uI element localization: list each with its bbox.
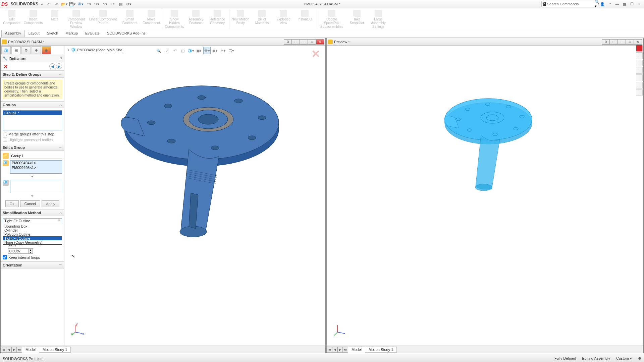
new-motion-study-button[interactable]: New Motion Study — [231, 9, 250, 29]
drag-handle[interactable]: ⏷ — [3, 175, 62, 178]
pm-cancel-x-button[interactable]: ✕ — [3, 63, 9, 69]
user-icon[interactable]: 👤 — [599, 1, 606, 7]
settings-icon[interactable]: ⚙▾ — [125, 1, 132, 7]
expand-icon[interactable]: ﹀ — [59, 263, 62, 267]
window-layout-icon[interactable]: ▦ — [621, 1, 628, 7]
tab-motion-study-1[interactable]: Motion Study 1 — [39, 347, 71, 353]
move-component-button[interactable]: Move Component — [142, 9, 161, 29]
component-preview-window-button[interactable]: Component Preview Window — [66, 9, 86, 29]
take-snapshot-button[interactable]: Take Snapshot — [347, 9, 367, 29]
view-settings-icon[interactable]: 🖵▾ — [227, 47, 235, 54]
win-maximize[interactable]: ▭ — [308, 39, 316, 45]
edit-component-button[interactable]: Edit Component — [2, 9, 21, 29]
collapse-icon[interactable]: ︿ — [59, 72, 62, 76]
tab-assembly[interactable]: Assembly — [1, 30, 25, 37]
exploded-view-button[interactable]: Exploded View — [274, 9, 293, 29]
merge-groups-input[interactable] — [3, 132, 7, 136]
tab-first-icon[interactable]: ⏮ — [327, 347, 332, 353]
view-orientation-icon[interactable]: 🧊▾ — [187, 47, 195, 54]
edit-group-header[interactable]: Edit a Group ︿ — [1, 144, 64, 151]
tab-model[interactable]: Model — [22, 347, 39, 353]
option-cylinder[interactable]: Cylinder — [3, 228, 62, 232]
smart-fasteners-button[interactable]: Smart Fasteners — [120, 9, 140, 29]
show-hidden-components-button[interactable]: Show Hidden Components — [165, 9, 184, 29]
simplification-selected[interactable]: Tight Fit Outline ▼ — [3, 218, 62, 224]
update-speedpak-button[interactable]: Update SpeedPak Subassemblies — [318, 9, 345, 29]
pm-help-icon[interactable]: ? — [60, 57, 62, 61]
confirmation-corner-x[interactable]: ✕ — [311, 48, 322, 58]
bill-of-materials-button[interactable]: Bill of Materials — [252, 9, 272, 29]
taskpane-design-library[interactable] — [636, 52, 643, 59]
fm-tab-property-manager[interactable]: ▤ — [11, 46, 21, 54]
collapse-icon[interactable]: ︿ — [59, 103, 62, 107]
option-polygon-outline[interactable]: Polygon Outline — [3, 232, 62, 236]
collapse-icon[interactable]: ︿ — [59, 145, 62, 149]
close-icon[interactable]: ✕ — [636, 1, 643, 7]
simplification-method-header[interactable]: Simplification Method ︿ — [1, 209, 64, 216]
view-triad[interactable] — [333, 323, 347, 336]
option-tight-fit-outline[interactable]: Tight Fit Outline — [3, 236, 62, 240]
win-minimize[interactable]: — — [618, 39, 626, 45]
fm-tab-config-manager[interactable]: ⚙ — [21, 46, 31, 54]
previous-view-icon[interactable]: ↶ — [171, 47, 178, 54]
options-icon[interactable]: ▤ — [117, 1, 124, 7]
win-close[interactable]: ✕ — [316, 39, 324, 45]
simplification-method-dropdown[interactable]: Tight Fit Outline ▼ Bounding Box Cylinde… — [3, 218, 62, 224]
tab-solidworks-addins[interactable]: SOLIDWORKS Add-Ins — [103, 30, 149, 37]
taskpane-solidworks-resources[interactable] — [636, 45, 643, 52]
redo-icon[interactable]: ↷▾ — [93, 1, 100, 7]
large-assembly-settings-button[interactable]: Large Assembly Settings — [369, 9, 388, 29]
tab-prev-icon[interactable]: ◀ — [332, 347, 337, 353]
keep-internal-loops-checkbox[interactable]: Keep internal loops — [3, 255, 62, 259]
display-style-icon[interactable]: ▣▾ — [195, 47, 203, 54]
option-none-copy-geometry[interactable]: None (Copy Geometry) — [3, 240, 62, 244]
keep-internal-loops-input[interactable] — [3, 255, 7, 259]
reference-geometry-button[interactable]: Reference Geometry — [208, 9, 227, 29]
groups-header[interactable]: Groups ︿ — [1, 101, 64, 108]
tab-last-icon[interactable]: ⏭ — [343, 347, 348, 353]
step-header[interactable]: Step 2: Define Groups ︿ — [1, 71, 64, 78]
tab-model[interactable]: Model — [348, 347, 365, 353]
print-icon[interactable]: 🖶▾ — [77, 1, 84, 7]
tab-next-icon[interactable]: ▶ — [337, 347, 343, 353]
spinner-buttons[interactable]: ▲▼ — [28, 248, 33, 254]
group-item[interactable]: Group1 * — [3, 111, 62, 115]
taskpane-view-palette[interactable] — [636, 67, 643, 74]
save-icon[interactable]: 💾▾ — [69, 1, 76, 7]
instant3d-button[interactable]: Instant3D — [295, 9, 315, 29]
percentage-input[interactable] — [8, 248, 28, 254]
status-gear-icon[interactable]: ⚙ — [638, 356, 641, 361]
edit-appearance-icon[interactable]: ◉▾ — [211, 47, 219, 54]
apply-button[interactable]: Apply — [42, 200, 60, 207]
taskpane-file-explorer[interactable] — [636, 60, 643, 66]
body-item[interactable]: PM009494<1> — [10, 161, 62, 165]
preview-graphics-viewport[interactable] — [327, 46, 643, 346]
exclude-selection-listbox[interactable] — [10, 180, 62, 193]
insert-components-button[interactable]: Insert Components — [23, 9, 43, 29]
zoom-area-icon[interactable]: ⤢ — [163, 47, 170, 54]
mate-button[interactable]: Mate — [45, 9, 64, 29]
tab-next-icon[interactable]: ▶ — [11, 347, 17, 353]
search-icon[interactable]: 🔍▾ — [595, 0, 599, 8]
view-triad[interactable]: y z x — [71, 323, 85, 336]
cancel-button[interactable]: Cancel — [20, 200, 40, 207]
select-icon[interactable]: ↖▾ — [101, 1, 108, 7]
taskpane-custom-properties[interactable] — [636, 82, 643, 88]
preview-window-titlebar[interactable]: Preview * ⧉ ▢ — ▭ ✕ — [327, 38, 643, 46]
orientation-header[interactable]: Orientation ﹀ — [1, 261, 64, 268]
open-icon[interactable]: 📂▾ — [61, 1, 68, 7]
fm-tab-display-manager[interactable]: ◉ — [42, 46, 51, 54]
new-icon[interactable]: ▫▾ — [53, 1, 60, 7]
highlight-bodies-checkbox[interactable]: Highlight processed bodies — [3, 137, 62, 142]
pm-next-button[interactable]: ▶ — [56, 63, 62, 69]
tab-layout[interactable]: Layout — [25, 30, 43, 37]
breadcrumb[interactable]: ▸ 🧊 PM009492 (Base Main Sha... — [68, 48, 125, 52]
tab-prev-icon[interactable]: ◀ — [6, 347, 11, 353]
ok-button[interactable]: Ok — [5, 200, 19, 207]
tab-evaluate[interactable]: Evaluate — [82, 30, 103, 37]
win-btn-1[interactable]: ⧉ — [284, 39, 292, 45]
breadcrumb-expand-icon[interactable]: ▸ — [68, 48, 70, 52]
tab-motion-study-1[interactable]: Motion Study 1 — [365, 347, 397, 353]
rebuild-icon[interactable]: ⟳ — [109, 1, 116, 7]
drag-handle[interactable]: ⏷ — [3, 194, 62, 198]
